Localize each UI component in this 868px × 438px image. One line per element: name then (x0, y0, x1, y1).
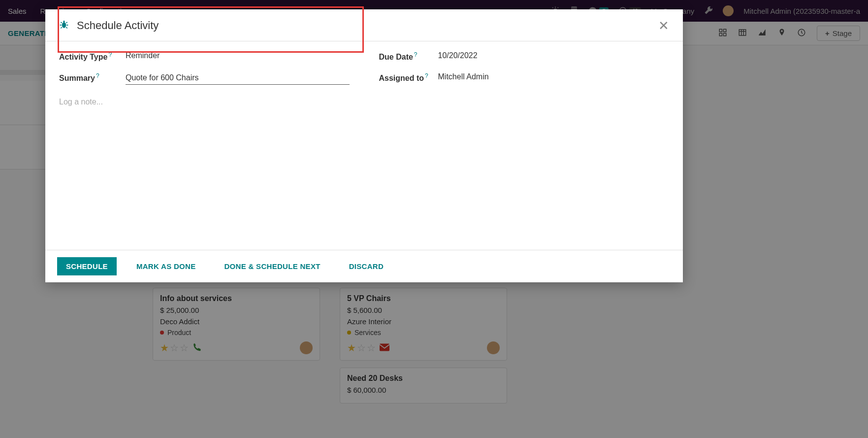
field-due-date: Due Date? 10/20/2022 (379, 51, 670, 62)
help-icon[interactable]: ? (425, 72, 428, 79)
field-activity-type: Activity Type? Reminder (59, 51, 350, 62)
discard-button[interactable]: DISCARD (340, 257, 392, 275)
schedule-activity-modal: Schedule Activity ✕ Activity Type? Remin… (45, 9, 683, 282)
field-assigned-to: Assigned to? Mitchell Admin (379, 72, 670, 83)
value-activity-type[interactable]: Reminder (126, 51, 350, 60)
help-icon[interactable]: ? (414, 51, 418, 58)
schedule-button[interactable]: SCHEDULE (57, 257, 117, 275)
svg-point-14 (63, 20, 64, 22)
form-col-left: Activity Type? Reminder Summary? (59, 51, 350, 96)
label-due-date: Due Date? (379, 51, 438, 62)
mark-as-done-button[interactable]: MARK AS DONE (128, 257, 205, 275)
value-assigned-to[interactable]: Mitchell Admin (438, 72, 670, 81)
done-and-schedule-next-button[interactable]: DONE & SCHEDULE NEXT (215, 257, 329, 275)
svg-point-13 (62, 22, 66, 28)
close-button[interactable]: ✕ (658, 19, 669, 32)
modal-title: Schedule Activity (77, 19, 159, 32)
modal-body: Activity Type? Reminder Summary? Due Dat… (45, 41, 683, 250)
label-activity-type: Activity Type? (59, 51, 126, 62)
help-icon[interactable]: ? (96, 72, 99, 79)
field-summary: Summary? (59, 72, 350, 85)
label-summary: Summary? (59, 72, 126, 83)
modal-header: Schedule Activity ✕ (45, 9, 683, 41)
note-input[interactable]: Log a note... (59, 96, 669, 108)
label-assigned-to: Assigned to? (379, 72, 438, 83)
bug-icon (59, 20, 69, 32)
form-col-right: Due Date? 10/20/2022 Assigned to? Mitche… (379, 51, 670, 96)
value-due-date[interactable]: 10/20/2022 (438, 51, 670, 60)
summary-input[interactable] (126, 72, 350, 85)
modal-footer: SCHEDULE MARK AS DONE DONE & SCHEDULE NE… (45, 250, 683, 282)
help-icon[interactable]: ? (108, 51, 112, 58)
form-row: Activity Type? Reminder Summary? Due Dat… (59, 51, 669, 96)
